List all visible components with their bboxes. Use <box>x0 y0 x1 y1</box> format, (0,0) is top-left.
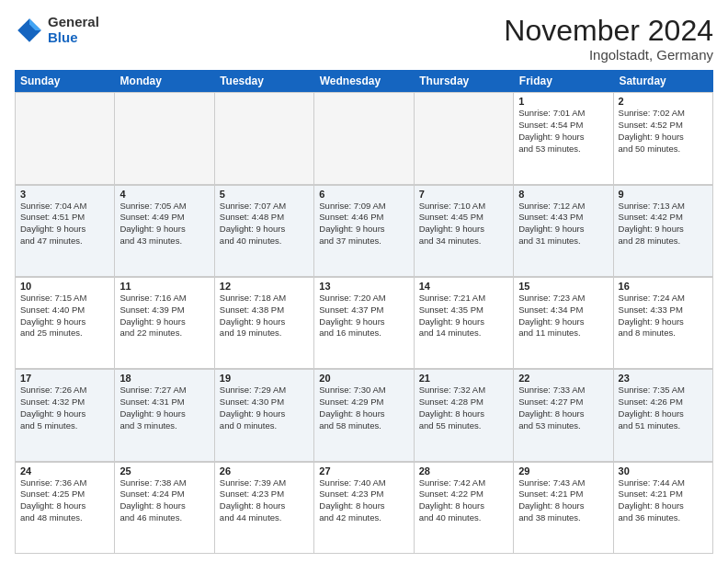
day-info-r3-c1: Sunrise: 7:27 AM Sunset: 4:31 PM Dayligh… <box>119 385 209 431</box>
day-num-r3-c4: 21 <box>419 373 508 384</box>
day-num-r3-c3: 20 <box>319 373 408 384</box>
day-num-r1-c3: 6 <box>319 189 408 200</box>
header-wednesday: Wednesday <box>314 70 415 92</box>
day-info-r1-c0: Sunrise: 7:04 AM Sunset: 4:51 PM Dayligh… <box>20 201 109 247</box>
cal-cell-r4-c5: 29Sunrise: 7:43 AM Sunset: 4:21 PM Dayli… <box>514 463 613 554</box>
logo-icon <box>15 16 44 45</box>
cal-cell-r0-c1 <box>115 93 214 184</box>
day-info-r4-c2: Sunrise: 7:39 AM Sunset: 4:23 PM Dayligh… <box>220 477 309 524</box>
day-info-r1-c6: Sunrise: 7:13 AM Sunset: 4:42 PM Dayligh… <box>619 201 708 247</box>
day-info-r2-c2: Sunrise: 7:18 AM Sunset: 4:38 PM Dayligh… <box>220 293 309 339</box>
calendar-body: 1Sunrise: 7:01 AM Sunset: 4:54 PM Daylig… <box>15 92 713 554</box>
day-num-r1-c6: 9 <box>619 189 708 200</box>
day-info-r3-c4: Sunrise: 7:32 AM Sunset: 4:28 PM Dayligh… <box>419 385 508 431</box>
cal-row-0: 1Sunrise: 7:01 AM Sunset: 4:54 PM Daylig… <box>15 92 713 184</box>
cal-cell-r0-c0 <box>16 93 115 184</box>
header-friday: Friday <box>514 70 614 92</box>
cal-cell-r1-c6: 9Sunrise: 7:13 AM Sunset: 4:42 PM Daylig… <box>614 186 713 277</box>
cal-cell-r2-c4: 14Sunrise: 7:21 AM Sunset: 4:35 PM Dayli… <box>415 278 514 369</box>
cal-cell-r3-c5: 22Sunrise: 7:33 AM Sunset: 4:27 PM Dayli… <box>514 370 613 461</box>
cal-cell-r1-c1: 4Sunrise: 7:05 AM Sunset: 4:49 PM Daylig… <box>115 186 214 277</box>
day-info-r2-c6: Sunrise: 7:24 AM Sunset: 4:33 PM Dayligh… <box>619 293 708 339</box>
cal-cell-r2-c3: 13Sunrise: 7:20 AM Sunset: 4:37 PM Dayli… <box>314 278 414 369</box>
day-num-r1-c5: 8 <box>518 189 608 200</box>
day-info-r3-c0: Sunrise: 7:26 AM Sunset: 4:32 PM Dayligh… <box>20 385 109 431</box>
calendar: Sunday Monday Tuesday Wednesday Thursday… <box>15 70 713 554</box>
month-title: November 2024 <box>504 15 713 47</box>
cal-cell-r4-c0: 24Sunrise: 7:36 AM Sunset: 4:25 PM Dayli… <box>16 463 115 554</box>
day-num-r0-c5: 1 <box>518 96 608 107</box>
day-info-r3-c6: Sunrise: 7:35 AM Sunset: 4:26 PM Dayligh… <box>619 385 708 431</box>
day-info-r4-c6: Sunrise: 7:44 AM Sunset: 4:21 PM Dayligh… <box>619 477 708 524</box>
cal-cell-r1-c3: 6Sunrise: 7:09 AM Sunset: 4:46 PM Daylig… <box>314 186 414 277</box>
day-info-r1-c4: Sunrise: 7:10 AM Sunset: 4:45 PM Dayligh… <box>419 201 508 247</box>
cal-row-3: 17Sunrise: 7:26 AM Sunset: 4:32 PM Dayli… <box>15 369 713 461</box>
location: Ingolstadt, Germany <box>504 47 713 63</box>
day-info-r4-c1: Sunrise: 7:38 AM Sunset: 4:24 PM Dayligh… <box>119 477 209 524</box>
day-num-r2-c0: 10 <box>20 281 109 292</box>
day-num-r3-c6: 23 <box>619 373 708 384</box>
cal-cell-r2-c5: 15Sunrise: 7:23 AM Sunset: 4:34 PM Dayli… <box>514 278 613 369</box>
cal-cell-r3-c0: 17Sunrise: 7:26 AM Sunset: 4:32 PM Dayli… <box>16 370 115 461</box>
day-info-r1-c2: Sunrise: 7:07 AM Sunset: 4:48 PM Dayligh… <box>220 201 309 247</box>
cal-cell-r3-c3: 20Sunrise: 7:30 AM Sunset: 4:29 PM Dayli… <box>314 370 414 461</box>
cal-cell-r2-c6: 16Sunrise: 7:24 AM Sunset: 4:33 PM Dayli… <box>614 278 713 369</box>
header-tuesday: Tuesday <box>214 70 314 92</box>
day-num-r4-c5: 29 <box>518 465 608 477</box>
cal-cell-r3-c2: 19Sunrise: 7:29 AM Sunset: 4:30 PM Dayli… <box>215 370 314 461</box>
cal-cell-r1-c0: 3Sunrise: 7:04 AM Sunset: 4:51 PM Daylig… <box>16 186 115 277</box>
header-thursday: Thursday <box>414 70 514 92</box>
day-info-r1-c1: Sunrise: 7:05 AM Sunset: 4:49 PM Dayligh… <box>119 201 209 247</box>
day-info-r4-c0: Sunrise: 7:36 AM Sunset: 4:25 PM Dayligh… <box>20 477 109 524</box>
day-info-r2-c3: Sunrise: 7:20 AM Sunset: 4:37 PM Dayligh… <box>319 293 408 339</box>
day-num-r4-c3: 27 <box>319 465 408 477</box>
day-num-r1-c1: 4 <box>119 189 209 200</box>
day-num-r3-c1: 18 <box>119 373 209 384</box>
calendar-header: Sunday Monday Tuesday Wednesday Thursday… <box>15 70 713 92</box>
cal-cell-r0-c2 <box>215 93 314 184</box>
cal-cell-r1-c4: 7Sunrise: 7:10 AM Sunset: 4:45 PM Daylig… <box>415 186 514 277</box>
cal-row-1: 3Sunrise: 7:04 AM Sunset: 4:51 PM Daylig… <box>15 185 713 277</box>
header-monday: Monday <box>115 70 215 92</box>
cal-cell-r4-c3: 27Sunrise: 7:40 AM Sunset: 4:23 PM Dayli… <box>314 463 414 554</box>
cal-cell-r4-c6: 30Sunrise: 7:44 AM Sunset: 4:21 PM Dayli… <box>614 463 713 554</box>
day-info-r3-c5: Sunrise: 7:33 AM Sunset: 4:27 PM Dayligh… <box>518 385 608 431</box>
day-info-r4-c5: Sunrise: 7:43 AM Sunset: 4:21 PM Dayligh… <box>518 477 608 524</box>
day-num-r1-c4: 7 <box>419 189 508 200</box>
cal-cell-r0-c3 <box>314 93 414 184</box>
day-num-r2-c5: 15 <box>518 281 608 292</box>
header-saturday: Saturday <box>613 70 713 92</box>
day-info-r2-c4: Sunrise: 7:21 AM Sunset: 4:35 PM Dayligh… <box>419 293 508 339</box>
day-info-r2-c1: Sunrise: 7:16 AM Sunset: 4:39 PM Dayligh… <box>119 293 209 339</box>
day-num-r2-c4: 14 <box>419 281 508 292</box>
day-info-r0-c6: Sunrise: 7:02 AM Sunset: 4:52 PM Dayligh… <box>619 108 708 155</box>
cal-cell-r3-c4: 21Sunrise: 7:32 AM Sunset: 4:28 PM Dayli… <box>415 370 514 461</box>
cal-row-4: 24Sunrise: 7:36 AM Sunset: 4:25 PM Dayli… <box>15 462 713 554</box>
title-block: November 2024 Ingolstadt, Germany <box>504 15 713 63</box>
cal-row-2: 10Sunrise: 7:15 AM Sunset: 4:40 PM Dayli… <box>15 277 713 369</box>
day-info-r4-c3: Sunrise: 7:40 AM Sunset: 4:23 PM Dayligh… <box>319 477 408 524</box>
day-info-r3-c3: Sunrise: 7:30 AM Sunset: 4:29 PM Dayligh… <box>319 385 408 431</box>
day-info-r2-c0: Sunrise: 7:15 AM Sunset: 4:40 PM Dayligh… <box>20 293 109 339</box>
header-sunday: Sunday <box>15 70 115 92</box>
day-num-r0-c6: 2 <box>619 96 708 107</box>
cal-cell-r2-c1: 11Sunrise: 7:16 AM Sunset: 4:39 PM Dayli… <box>115 278 214 369</box>
day-num-r3-c5: 22 <box>518 373 608 384</box>
day-num-r3-c0: 17 <box>20 373 109 384</box>
day-num-r4-c2: 26 <box>220 465 309 477</box>
cal-cell-r2-c0: 10Sunrise: 7:15 AM Sunset: 4:40 PM Dayli… <box>16 278 115 369</box>
day-info-r3-c2: Sunrise: 7:29 AM Sunset: 4:30 PM Dayligh… <box>220 385 309 431</box>
cal-cell-r1-c2: 5Sunrise: 7:07 AM Sunset: 4:48 PM Daylig… <box>215 186 314 277</box>
day-info-r1-c5: Sunrise: 7:12 AM Sunset: 4:43 PM Dayligh… <box>518 201 608 247</box>
logo: General Blue <box>15 15 99 45</box>
day-info-r4-c4: Sunrise: 7:42 AM Sunset: 4:22 PM Dayligh… <box>419 477 508 524</box>
day-num-r2-c2: 12 <box>220 281 309 292</box>
day-num-r2-c6: 16 <box>619 281 708 292</box>
cal-cell-r3-c6: 23Sunrise: 7:35 AM Sunset: 4:26 PM Dayli… <box>614 370 713 461</box>
day-num-r1-c0: 3 <box>20 189 109 200</box>
logo-blue: Blue <box>48 30 99 46</box>
day-num-r4-c6: 30 <box>619 465 708 477</box>
day-num-r4-c1: 25 <box>119 465 209 477</box>
day-num-r4-c0: 24 <box>20 465 109 477</box>
logo-general: General <box>48 15 99 30</box>
